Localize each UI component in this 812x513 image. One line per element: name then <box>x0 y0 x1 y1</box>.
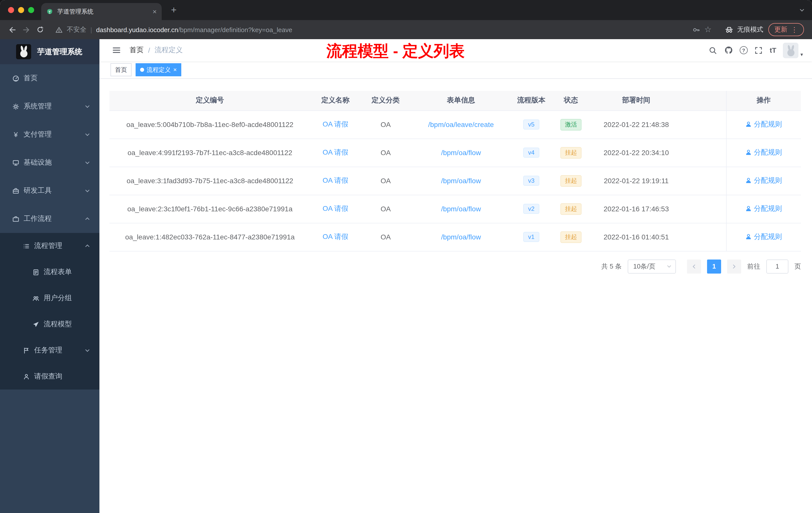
version-badge: v1 <box>523 232 539 242</box>
assign-rule-link[interactable]: 分配规则 <box>746 148 782 157</box>
sidebar-logo[interactable]: 芋道管理系统 <box>0 39 99 64</box>
sidebar-item-infrastructure[interactable]: 基础设施 <box>0 149 99 177</box>
assign-rule-link[interactable]: 分配规则 <box>746 120 782 129</box>
page-size-select[interactable]: 10条/页 <box>628 259 676 273</box>
forward-button[interactable] <box>19 23 33 37</box>
sidebar-item-devtools[interactable]: 研发工具 <box>0 177 99 205</box>
user-avatar-menu[interactable]: ▾ <box>783 42 803 58</box>
close-window-button[interactable] <box>8 7 14 13</box>
zoom-window-button[interactable] <box>28 7 34 13</box>
sidebar-item-process-form[interactable]: 流程表单 <box>0 259 99 285</box>
assign-rule-link[interactable]: 分配规则 <box>746 176 782 185</box>
minimize-window-button[interactable] <box>18 7 24 13</box>
tab-close-icon[interactable]: × <box>153 8 157 15</box>
fullscreen-icon[interactable] <box>754 46 763 55</box>
assign-rule-link[interactable]: 分配规则 <box>746 233 782 241</box>
url-host: dashboard.yudao.iocoder.cn <box>96 26 178 33</box>
security-chip-label[interactable]: 不安全 <box>67 25 86 34</box>
person-icon <box>746 121 752 128</box>
sidebar-item-process-model[interactable]: 流程模型 <box>0 311 99 337</box>
active-tag-dot <box>140 68 144 72</box>
form-link[interactable]: /bpm/oa/flow <box>441 233 481 241</box>
sidebar-item-home[interactable]: 首页 <box>0 64 99 92</box>
tab-search-chevron-icon[interactable] <box>799 7 805 13</box>
form-link[interactable]: /bpm/oa/flow <box>441 149 481 157</box>
omnibox[interactable]: 不安全 | dashboard.yudao.iocoder.cn/bpm/man… <box>50 23 717 37</box>
assign-rule-link[interactable]: 分配规则 <box>746 204 782 213</box>
user-group-icon <box>32 294 40 302</box>
tag-label: 首页 <box>115 65 127 74</box>
tag-process-definition[interactable]: 流程定义 × <box>136 63 181 76</box>
filler-cell <box>682 195 726 223</box>
sidebar-item-process-management[interactable]: 流程管理 <box>0 233 99 259</box>
github-icon[interactable] <box>724 46 733 55</box>
status-badge: 挂起 <box>560 147 581 158</box>
sidebar-item-task-management[interactable]: 任务管理 <box>0 337 99 363</box>
column-header-id: 定义编号 <box>110 91 310 111</box>
document-icon <box>32 268 40 276</box>
page-title-annotation: 流程模型 - 定义列表 <box>326 41 465 62</box>
definition-name-link[interactable]: OA 请假 <box>323 204 348 212</box>
version-badge: v3 <box>523 176 539 186</box>
avatar <box>783 42 799 58</box>
app-title: 芋道管理系统 <box>37 47 82 57</box>
form-link[interactable]: /bpm/oa/leave/create <box>428 120 494 128</box>
help-icon[interactable]: ? <box>740 46 748 54</box>
sidebar-item-user-group[interactable]: 用户分组 <box>0 285 99 311</box>
back-button[interactable] <box>5 23 19 37</box>
chrome-update-button[interactable]: 更新 ⋮ <box>768 23 804 36</box>
sidebar-item-system[interactable]: 系统管理 <box>0 92 99 120</box>
form-link[interactable]: /bpm/oa/flow <box>441 205 481 213</box>
form-link[interactable]: /bpm/oa/flow <box>441 177 481 185</box>
current-page-button[interactable]: 1 <box>707 259 721 273</box>
toolbox-icon <box>12 187 20 194</box>
definition-name-link[interactable]: OA 请假 <box>323 148 348 156</box>
sidebar-item-payment[interactable]: ¥ 支付管理 <box>0 120 99 149</box>
reload-button[interactable] <box>33 23 47 37</box>
tag-close-icon[interactable]: × <box>173 67 177 73</box>
definition-name-link[interactable]: OA 请假 <box>323 120 348 128</box>
workflow-submenu: 流程管理 流程表单 用户分组 流程模型 任务管理 <box>0 233 99 390</box>
sidebar-item-workflow[interactable]: 工作流程 <box>0 205 99 233</box>
definition-name-link[interactable]: OA 请假 <box>323 233 348 240</box>
column-header-version: 流程版本 <box>511 91 551 111</box>
bookmark-star-icon[interactable]: ☆ <box>704 26 712 34</box>
status-badge: 激活 <box>560 119 581 130</box>
browser-toolbar: 不安全 | dashboard.yudao.iocoder.cn/bpm/man… <box>0 20 812 39</box>
column-header-deploy-time: 部署时间 <box>590 91 682 111</box>
tab-title: 芋道管理系统 <box>57 7 149 16</box>
sidebar-collapse-icon[interactable] <box>112 46 121 55</box>
deploy-time: 2022-01-22 21:48:38 <box>590 111 682 139</box>
search-icon[interactable] <box>708 46 718 55</box>
column-header-form: 表单信息 <box>411 91 511 111</box>
omnibox-separator: | <box>90 26 92 33</box>
font-size-icon[interactable]: tT <box>770 46 776 54</box>
column-header-status: 状态 <box>551 91 590 111</box>
browser-tab[interactable]: 芋道管理系统 × <box>41 3 162 20</box>
sidebar-item-label: 研发工具 <box>24 186 52 195</box>
status-badge: 挂起 <box>560 231 581 243</box>
password-key-icon[interactable] <box>692 25 700 34</box>
definition-name-link[interactable]: OA 请假 <box>323 176 348 184</box>
breadcrumb: 首页 / 流程定义 <box>129 46 183 55</box>
tag-home[interactable]: 首页 <box>111 63 132 76</box>
sidebar-item-leave-query[interactable]: 请假查询 <box>0 363 99 390</box>
top-navbar: 首页 / 流程定义 流程模型 - 定义列表 ? tT <box>99 39 812 61</box>
goto-page-input[interactable] <box>766 259 788 273</box>
browser-window: 芋道管理系统 × + 不安全 | dashboard.yudao.iocoder… <box>0 0 812 513</box>
definition-id: oa_leave:4:991f2193-7b7f-11ec-a3c8-acde4… <box>110 139 310 167</box>
browser-menu-dots-icon[interactable]: ⋮ <box>791 26 798 33</box>
navbar-actions: ? tT ▾ <box>708 39 803 61</box>
definition-category: OA <box>360 139 411 167</box>
chevron-down-icon <box>84 131 90 138</box>
filler-cell <box>682 139 726 167</box>
next-page-button[interactable] <box>727 259 741 273</box>
sidebar-item-label: 基础设施 <box>24 158 52 167</box>
assign-rule-label: 分配规则 <box>754 233 782 241</box>
definition-category: OA <box>360 223 411 251</box>
macos-traffic-lights <box>8 7 34 13</box>
url-text[interactable]: dashboard.yudao.iocoder.cn/bpm/manager/d… <box>96 26 688 33</box>
breadcrumb-home[interactable]: 首页 <box>129 46 144 55</box>
new-tab-button[interactable]: + <box>167 3 181 17</box>
prev-page-button[interactable] <box>687 259 701 273</box>
